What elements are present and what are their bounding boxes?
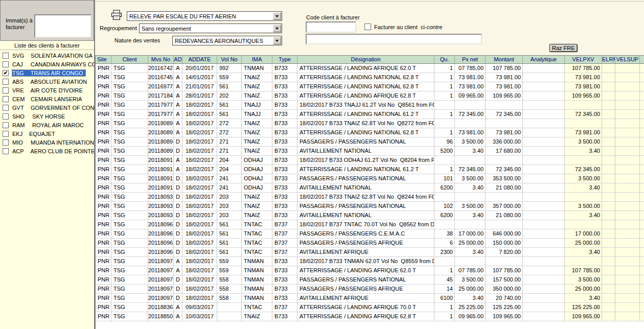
checkbox-checked-icon[interactable]: ✔ bbox=[3, 70, 9, 76]
table-row[interactable]: PNRTSG20117184A28/01/2017202TNAIZB733ATT… bbox=[96, 91, 644, 101]
table-cell: TNMAN bbox=[242, 64, 272, 73]
table-cell: 72 345.00 bbox=[565, 110, 602, 119]
table-row[interactable]: PNRTSG20118096D18/02/2017561TNTACB73718/… bbox=[96, 220, 644, 229]
checkbox-icon[interactable] bbox=[3, 87, 9, 93]
column-header-mvs-no[interactable]: Mvs No bbox=[148, 56, 174, 63]
table-row[interactable]: PNRTSG20118096D18/02/2017561TNTACB737PAS… bbox=[96, 229, 644, 239]
table-row[interactable]: PNRTSG20118097A18/02/2017559TNMANB733ATT… bbox=[96, 266, 644, 275]
column-header-qu[interactable]: Qu. bbox=[434, 56, 455, 63]
column-header-px-net[interactable]: Px net bbox=[455, 56, 486, 63]
checkbox-icon[interactable] bbox=[3, 79, 9, 85]
checkbox-icon[interactable] bbox=[3, 53, 9, 59]
table-row[interactable]: PNRTSG20118850A10/03/2017TNAIZB733ATTERR… bbox=[96, 312, 644, 321]
table-row[interactable]: PNRTSG20118836A09/03/2017TNTACB737ATTERR… bbox=[96, 303, 644, 312]
code-client-input[interactable] bbox=[306, 21, 356, 33]
chevron-down-icon[interactable] bbox=[273, 37, 281, 44]
report-type-value: RELEVE PAR ESCALE DU FRET AERIEN bbox=[127, 13, 272, 19]
table-row[interactable]: PNRTSG20118093D18/02/2017203TNAIZB733AVI… bbox=[96, 211, 644, 220]
checkbox-icon[interactable] bbox=[3, 148, 9, 154]
column-header-velpxv[interactable]: VELPXV bbox=[565, 56, 602, 63]
column-header-montant[interactable]: Montant bbox=[486, 56, 523, 63]
checkbox-icon[interactable] bbox=[3, 131, 9, 137]
table-row[interactable]: PNRTSG20118097D18/02/2017558TNMANB733PAS… bbox=[96, 275, 644, 285]
table-cell bbox=[640, 183, 644, 193]
table-cell bbox=[523, 174, 565, 183]
column-header-addate[interactable]: ADDATE bbox=[182, 56, 217, 63]
column-header-vol-no[interactable]: Vol No bbox=[217, 56, 242, 63]
client-list-item[interactable]: EKJEQUAJET bbox=[0, 129, 94, 138]
table-cell: ATTERRISSAGE / LANDING AFRIQUE 70.0 T bbox=[297, 303, 434, 312]
client-list-item[interactable]: ABS ABSOLUTE AVIATION bbox=[0, 77, 94, 86]
table-row[interactable]: PNRTSG20117977A18/02/2017561TNAJJB733ATT… bbox=[96, 110, 644, 119]
checkbox-icon[interactable] bbox=[3, 61, 9, 67]
checkbox-icon[interactable] bbox=[3, 105, 9, 111]
raz-fre-button[interactable]: Raz FRE bbox=[549, 44, 578, 52]
column-header-site[interactable]: Site bbox=[96, 56, 111, 63]
checkbox-icon[interactable] bbox=[3, 96, 9, 102]
client-list-item[interactable]: SVG SOLENTA AVIATION GA bbox=[0, 51, 94, 60]
column-header-velsup[interactable]: VELSUP bbox=[615, 56, 640, 63]
client-list-item[interactable]: ✔TSG TRANS AIR CONGO bbox=[0, 68, 94, 77]
table-row[interactable]: PNRTSG20118093D18/02/2017203TNAIZB73318/… bbox=[96, 193, 644, 202]
immat-input[interactable] bbox=[34, 14, 91, 38]
table-row[interactable]: PNRTSG20118089D18/02/2017271TNAIZB733PAS… bbox=[96, 137, 644, 147]
checkbox-icon[interactable] bbox=[3, 139, 9, 146]
column-header-type[interactable]: Type bbox=[272, 56, 297, 63]
table-cell: PNR bbox=[96, 137, 111, 147]
column-header-ima[interactable]: IMA bbox=[242, 56, 272, 63]
column-header-elrm[interactable]: ELRM bbox=[602, 56, 615, 63]
client-list-item[interactable]: CEM CEMAIR LANSERIA bbox=[0, 95, 94, 103]
table-cell: PNR bbox=[96, 285, 111, 294]
table-row[interactable]: PNRTSG20117977A18/02/2017561TNAJJB73318/… bbox=[96, 101, 644, 110]
table-cell: D bbox=[174, 220, 182, 229]
column-header-ad[interactable]: AD bbox=[174, 56, 182, 63]
client-list-item[interactable]: CAJ CANADIAN AIRWAYS CO bbox=[0, 60, 94, 68]
table-row[interactable]: PNRTSG20116977A21/01/2017561TNAIZB733ATT… bbox=[96, 82, 644, 91]
nature-ventes-select[interactable]: REDEVANCES AERONAUTIQUES bbox=[172, 36, 282, 45]
table-row[interactable]: PNRTSG20118097D18/02/2017558TNMANB733PAS… bbox=[96, 285, 644, 294]
table-cell: 272 bbox=[217, 128, 242, 137]
table-row[interactable]: PNRTSG20118089A18/02/2017272TNAIZB733ATT… bbox=[96, 128, 644, 137]
table-row[interactable]: PNRTSG20118091D18/02/2017241ODHAJB733AVI… bbox=[96, 183, 644, 193]
checkbox-icon[interactable] bbox=[3, 113, 9, 120]
table-row[interactable]: PNRTSG20118096D18/02/2017561TNTACB737PAS… bbox=[96, 239, 644, 248]
table-row[interactable]: PNRTSG20118089D18/02/2017271TNAIZB733AVI… bbox=[96, 147, 644, 156]
chevron-down-icon[interactable] bbox=[273, 12, 281, 20]
report-type-select[interactable]: RELEVE PAR ESCALE DU FRET AERIEN bbox=[127, 11, 282, 21]
column-header-d-signation[interactable]: Désignation bbox=[297, 56, 434, 63]
client-list-item[interactable]: SHO SKY HORSE bbox=[0, 112, 94, 121]
client-list-item[interactable]: GVT GORVERMENT OF CONG bbox=[0, 103, 94, 112]
client-list-item[interactable]: MIO MUANDA INTERNATIONA bbox=[0, 138, 94, 147]
client-list-item[interactable]: ACP AERO CLUB DE POINTE I bbox=[0, 147, 94, 155]
table-cell bbox=[434, 193, 455, 202]
table-cell: TSG bbox=[111, 165, 148, 174]
table-cell: 18/02/2017 bbox=[182, 137, 217, 147]
checkbox-icon[interactable] bbox=[3, 122, 9, 128]
column-header-client[interactable]: Client bbox=[111, 56, 148, 63]
table-cell bbox=[615, 266, 640, 275]
table-row[interactable]: PNRTSG20118091D18/02/2017241ODHAJB733PAS… bbox=[96, 174, 644, 183]
table-row[interactable]: PNRTSG20116745A14/01/2017559TNAIZB733ATT… bbox=[96, 73, 644, 82]
table-row[interactable]: PNRTSG20118097A18/02/2017559TNMANB73318/… bbox=[96, 257, 644, 266]
table-row[interactable]: PNRTSG20118096D18/02/2017561TNTACB737AVI… bbox=[96, 248, 644, 257]
table-row[interactable]: PNRTSG20118093D18/02/2017203TNAIZB733PAS… bbox=[96, 202, 644, 211]
table-cell: 20118089 bbox=[148, 147, 174, 156]
table-row[interactable]: PNRTSG20118089A18/02/2017272TNAIZB73318/… bbox=[96, 119, 644, 128]
table-cell: 20118089 bbox=[148, 119, 174, 128]
table-cell bbox=[640, 202, 644, 211]
client-name-input[interactable] bbox=[306, 34, 482, 44]
facturer-checkbox[interactable] bbox=[364, 24, 371, 30]
table-cell: TNMAN bbox=[242, 266, 272, 275]
regroupement-select[interactable]: Sans regroupement bbox=[139, 24, 282, 33]
table-cell: B733 bbox=[272, 101, 297, 110]
chevron-down-icon[interactable] bbox=[273, 25, 281, 32]
table-row[interactable]: PNRTSG20116742A20/01/2017992TNMANB733ATT… bbox=[96, 64, 644, 73]
printer-icon[interactable] bbox=[110, 10, 123, 20]
client-list-item[interactable]: RAM ROYAL AIR MAROC bbox=[0, 121, 94, 129]
table-cell: 20118097 bbox=[148, 257, 174, 266]
table-row[interactable]: PNRTSG20118091A18/02/2017204ODHAJB73318/… bbox=[96, 156, 644, 165]
column-header-analytique[interactable]: Analytique bbox=[523, 56, 565, 63]
table-row[interactable]: PNRTSG20118091A18/02/2017204ODHAJB733ATT… bbox=[96, 165, 644, 174]
table-row[interactable]: PNRTSG20118097D18/02/2017558TNMANB733AVI… bbox=[96, 294, 644, 303]
client-list-item[interactable]: VRE AIR COTE D'IVOIRE bbox=[0, 86, 94, 95]
